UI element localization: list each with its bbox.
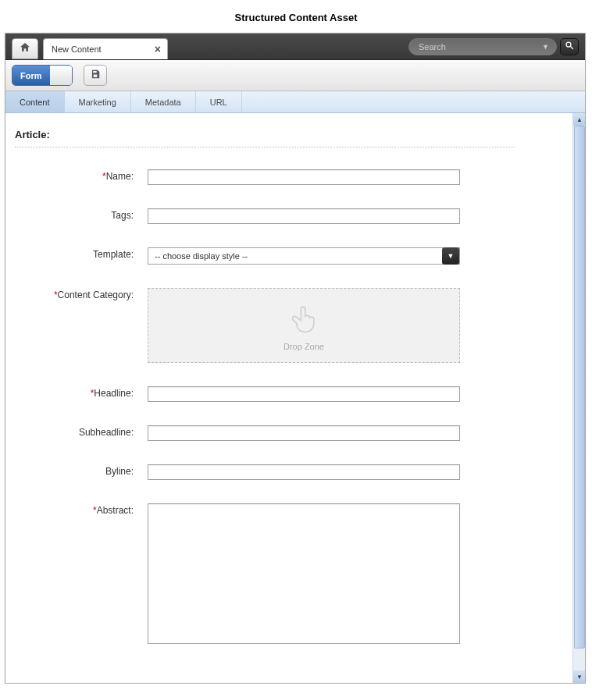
search-button[interactable] [560,38,579,55]
scroll-pane[interactable]: Article: *Name: Tags: Template: -- choos… [5,113,585,683]
scroll-up-icon[interactable]: ▲ [573,113,585,126]
name-field[interactable] [148,169,460,185]
headline-field[interactable] [148,386,460,402]
tab-url[interactable]: URL [196,91,242,112]
svg-line-1 [571,47,573,49]
tab-marketing[interactable]: Marketing [65,91,131,112]
view-toggle[interactable]: Form [12,65,73,86]
toolbar: Form [5,60,585,91]
subheadline-field[interactable] [148,425,460,441]
view-toggle-form[interactable]: Form [12,66,50,85]
content-area: Article: *Name: Tags: Template: -- choos… [5,113,585,683]
row-tags: Tags: [15,208,566,224]
search-wrap: ▼ [408,38,579,55]
topbar: New Content × ▼ [5,34,585,60]
row-byline: Byline: [15,464,566,480]
app-frame: New Content × ▼ Form Content Marketing M… [5,33,586,684]
home-button[interactable] [12,38,38,59]
search-input[interactable] [408,38,557,55]
home-icon [19,41,31,56]
content-category-dropzone[interactable]: Drop Zone [148,288,460,363]
divider [15,147,515,147]
row-template: Template: -- choose display style -- ▼ [15,247,566,265]
row-content-category: *Content Category: Drop Zone [15,288,566,363]
tab-content[interactable]: Content [5,91,65,112]
subtabs: Content Marketing Metadata URL [5,91,585,113]
view-toggle-other[interactable] [50,66,72,85]
page-title: Structured Content Asset [0,0,592,33]
scrollbar[interactable]: ▲ ▼ [572,113,585,683]
scroll-down-icon[interactable]: ▼ [573,670,585,683]
tab-new-content[interactable]: New Content × [43,38,168,59]
dropzone-label: Drop Zone [284,342,324,351]
template-selected-value: -- choose display style -- [148,251,442,261]
row-abstract: *Abstract: [15,503,566,646]
label-subheadline: Subheadline: [15,425,148,441]
save-icon [90,69,101,82]
label-tags: Tags: [15,208,148,224]
search-icon [565,41,574,52]
label-headline: *Headline: [15,386,148,402]
hand-pointer-icon [287,300,321,337]
chevron-down-icon: ▼ [442,247,459,265]
scrollbar-thumb[interactable] [574,126,585,648]
label-template: Template: [15,247,148,265]
tab-label: New Content [52,44,102,54]
label-abstract: *Abstract: [15,503,148,516]
template-select[interactable]: -- choose display style -- ▼ [148,247,460,265]
tags-field[interactable] [148,208,460,224]
save-button[interactable] [84,65,107,86]
row-headline: *Headline: [15,386,566,402]
abstract-field[interactable] [148,503,460,644]
label-byline: Byline: [15,464,148,480]
label-content-category: *Content Category: [15,288,148,300]
label-name: *Name: [15,169,148,185]
row-subheadline: Subheadline: [15,425,566,441]
tab-metadata[interactable]: Metadata [131,91,196,112]
row-name: *Name: [15,169,566,185]
byline-field[interactable] [148,464,460,480]
close-icon[interactable]: × [155,43,161,55]
section-heading: Article: [15,129,566,140]
